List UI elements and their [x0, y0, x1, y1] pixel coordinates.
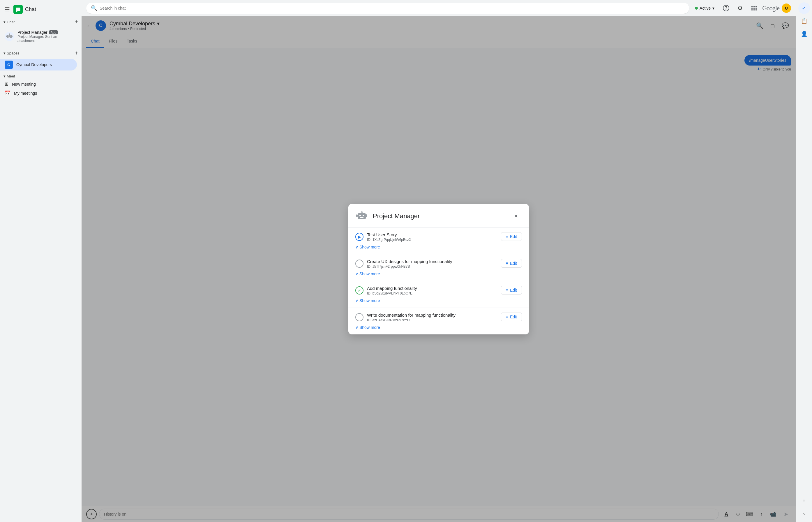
search-input[interactable]	[100, 6, 685, 11]
right-chevron-icon: ›	[803, 511, 805, 517]
chat-section-title: Chat	[7, 20, 15, 24]
svg-rect-13	[363, 215, 364, 216]
chat-section-label: ▾ Chat	[3, 20, 15, 24]
chevron-down-icon-2: ∨	[355, 298, 358, 303]
right-tasks-icon[interactable]: ✓	[798, 2, 810, 14]
modal-item-3: Write documentation for mapping function…	[348, 308, 529, 335]
show-more-0[interactable]: ∨ Show more	[355, 245, 522, 249]
help-button[interactable]: ?	[720, 2, 732, 14]
svg-rect-6	[8, 37, 10, 38]
tasks-icon: ✓	[802, 5, 806, 12]
modal-item-header-0: ▶ Test User Story ID: 1XcZgrPqqUjnlW6pBc…	[355, 232, 522, 242]
svg-rect-1	[16, 7, 20, 11]
sidebar-item-cymbal-developers[interactable]: C Cymbal Developers	[0, 59, 77, 71]
svg-rect-12	[359, 215, 361, 216]
item-content-3: Write documentation for mapping function…	[367, 313, 498, 322]
edit-button-2[interactable]: ≡ Edit	[501, 286, 522, 295]
edit-button-0[interactable]: ≡ Edit	[501, 232, 522, 241]
edit-button-3[interactable]: ≡ Edit	[501, 313, 522, 321]
svg-rect-9	[6, 36, 7, 37]
meet-section-label: ▾ Meet	[3, 74, 15, 78]
new-meeting-icon: ⊞	[5, 81, 8, 87]
settings-button[interactable]: ⚙	[734, 2, 746, 14]
sidebar-item-new-meeting[interactable]: ⊞ New meeting	[0, 80, 77, 88]
modal-title: Project Manager	[373, 212, 506, 220]
notes-icon: 📋	[801, 18, 807, 24]
robot-icon	[5, 32, 14, 40]
show-more-3[interactable]: ∨ Show more	[355, 325, 522, 330]
add-chat-button[interactable]: +	[74, 18, 79, 26]
item-id-1: ID: J5TI7jsnF2rppw0hFB7S	[367, 264, 498, 268]
edit-button-1[interactable]: ≡ Edit	[501, 259, 522, 268]
right-people-icon[interactable]: 👤	[798, 28, 810, 40]
item-name-1: Create UX designs for mapping functional…	[367, 259, 498, 264]
modal-item-2: ✓ Add mapping functionality ID: bSq2vi1d…	[348, 281, 529, 308]
item-id-3: ID: ezU4exBil3i7VzP97cYU	[367, 318, 498, 322]
cymbal-name: Cymbal Developers	[16, 62, 52, 67]
sidebar: ☰ Chat ▾ Chat +	[0, 0, 82, 522]
modal-item-0: ▶ Test User Story ID: 1XcZgrPqqUjnlW6pBc…	[348, 227, 529, 254]
status-button[interactable]: Active ▾	[691, 4, 718, 12]
meet-section-header[interactable]: ▾ Meet	[0, 73, 82, 80]
chevron-down-icon: ▾	[3, 20, 5, 24]
cymbal-avatar-text: C	[7, 63, 10, 67]
show-more-label-3: Show more	[359, 325, 380, 330]
my-meetings-icon: 📅	[5, 90, 11, 96]
spaces-section-header[interactable]: ▾ Spaces +	[0, 47, 82, 59]
add-space-button[interactable]: +	[74, 49, 79, 58]
spaces-section-title: Spaces	[7, 51, 19, 55]
show-more-label-2: Show more	[359, 298, 380, 303]
right-notes-icon[interactable]: 📋	[798, 15, 810, 27]
modal-items: ▶ Test User Story ID: 1XcZgrPqqUjnlW6pBc…	[348, 227, 529, 335]
status-chevron-icon: ▾	[712, 6, 714, 11]
app-title: Chat	[25, 6, 36, 13]
svg-rect-10	[12, 36, 13, 37]
svg-rect-17	[356, 214, 358, 217]
svg-point-16	[361, 211, 363, 213]
right-add-button[interactable]: +	[798, 495, 810, 507]
modal-item-1: Create UX designs for mapping functional…	[348, 254, 529, 281]
chevron-down-icon-1: ∨	[355, 272, 358, 276]
top-bar-actions: Active ▾ ? ⚙	[691, 2, 791, 14]
right-sidebar: ✓ 📋 👤 + ›	[796, 0, 812, 522]
google-chat-logo-icon	[14, 5, 23, 14]
app-logo: Chat	[14, 5, 36, 14]
hamburger-icon[interactable]: ☰	[5, 6, 10, 13]
modal-close-button[interactable]: ×	[510, 210, 522, 222]
item-content-2: Add mapping functionality ID: bSq2vi1dvV…	[367, 286, 498, 295]
settings-icon: ⚙	[737, 5, 743, 12]
sidebar-item-project-manager[interactable]: Project Manager App Project Manager: Sen…	[0, 28, 77, 45]
show-more-2[interactable]: ∨ Show more	[355, 298, 522, 303]
my-meetings-label: My meetings	[14, 91, 37, 96]
app-badge: App	[49, 30, 58, 34]
main-content: 🔍 Active ▾ ? ⚙	[82, 0, 796, 522]
edit-label-2: Edit	[510, 288, 517, 293]
item-status-icon-0: ▶	[355, 233, 364, 241]
close-icon: ×	[514, 212, 518, 220]
svg-rect-18	[366, 214, 367, 217]
svg-rect-4	[8, 36, 9, 36]
item-status-icon-2: ✓	[355, 286, 364, 295]
project-manager-avatar	[5, 32, 14, 41]
modal-item-header-3: Write documentation for mapping function…	[355, 313, 522, 322]
edit-lines-icon-3: ≡	[506, 315, 508, 319]
modal-overlay: Project Manager × ▶ Test User Story ID: …	[82, 16, 796, 522]
right-add-icon: +	[803, 498, 806, 504]
show-more-1[interactable]: ∨ Show more	[355, 272, 522, 276]
user-avatar[interactable]: U	[782, 3, 791, 13]
chevron-down-icon-spaces: ▾	[3, 51, 5, 55]
search-container[interactable]: 🔍	[86, 3, 689, 14]
project-manager-name: Project Manager	[18, 30, 47, 35]
sidebar-item-my-meetings[interactable]: 📅 My meetings	[0, 88, 77, 98]
chat-section-header[interactable]: ▾ Chat +	[0, 16, 82, 28]
cymbal-avatar: C	[5, 61, 13, 69]
modal-item-header-2: ✓ Add mapping functionality ID: bSq2vi1d…	[355, 286, 522, 295]
item-name-0: Test User Story	[367, 232, 498, 237]
project-manager-text: Project Manager App Project Manager: Sen…	[18, 30, 72, 43]
modal-robot-icon	[355, 210, 368, 223]
right-chevron-button[interactable]: ›	[798, 508, 810, 520]
modal: Project Manager × ▶ Test User Story ID: …	[348, 204, 529, 335]
modal-item-header-1: Create UX designs for mapping functional…	[355, 259, 522, 268]
apps-button[interactable]	[748, 2, 760, 14]
svg-point-8	[9, 33, 10, 34]
